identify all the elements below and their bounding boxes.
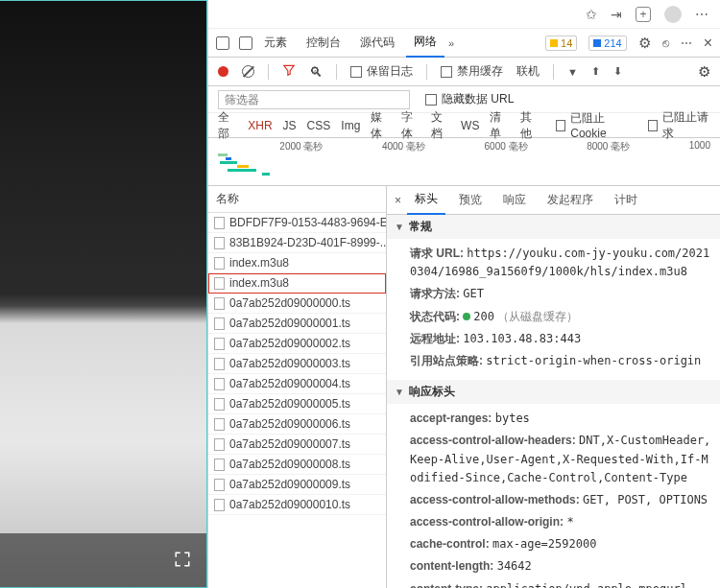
blocked-requests-checkbox[interactable]: 已阻止请求 <box>648 109 710 142</box>
throttling-caret-icon[interactable]: ▼ <box>567 66 578 78</box>
activity-icon[interactable]: ⎋ <box>662 36 669 50</box>
request-row[interactable]: 0a7ab252d09000006.ts <box>208 414 386 435</box>
section-general[interactable]: ▼ 常规 <box>387 215 720 239</box>
tab-network[interactable]: 网络 <box>406 28 444 58</box>
type-filter: 全部 XHR JS CSS Img 媒体 字体 文档 WS 清单 其他 已阻止 … <box>208 113 720 138</box>
hide-data-urls-checkbox[interactable]: 隐藏数据 URL <box>425 91 514 107</box>
filter-row: 隐藏数据 URL <box>208 86 720 113</box>
warnings-badge[interactable]: 14 <box>545 35 577 51</box>
request-row[interactable]: index.m3u8 <box>208 273 386 294</box>
clear-button[interactable] <box>242 65 254 78</box>
video-viewport[interactable] <box>0 0 207 588</box>
section-response-headers[interactable]: ▼ 响应标头 <box>387 380 720 404</box>
favorite-icon[interactable]: ✩ <box>586 7 597 22</box>
request-name: 0a7ab252d09000000.ts <box>229 296 350 310</box>
search-icon[interactable]: 🔍︎ <box>309 64 323 80</box>
value-status-code: 200 <box>473 310 494 323</box>
request-name: 0a7ab252d09000007.ts <box>229 437 350 451</box>
disable-cache-checkbox[interactable]: 禁用缓存 <box>441 63 503 80</box>
detail-tab-response[interactable]: 响应 <box>495 186 534 214</box>
add-tab-button[interactable]: + <box>636 7 651 22</box>
video-controls <box>0 533 206 587</box>
filter-xhr[interactable]: XHR <box>248 119 272 132</box>
tab-elements[interactable]: 元素 <box>256 29 295 57</box>
messages-badge[interactable]: 214 <box>588 35 626 51</box>
devtools-panel: ✩ ⇥ + ⋯ 元素 控制台 源代码 网络 » 14 214 ⚙ ⎋ ⋯ × <box>207 0 720 588</box>
detail-tab-initiator[interactable]: 发起程序 <box>540 186 601 214</box>
label-method: 请求方法: <box>410 287 460 300</box>
caret-down-icon: ▼ <box>395 387 404 397</box>
filter-font[interactable]: 字体 <box>401 109 420 142</box>
settings-icon[interactable]: ⚙ <box>638 35 651 52</box>
filter-manifest[interactable]: 清单 <box>490 109 509 142</box>
file-icon <box>214 479 225 491</box>
request-row[interactable]: 0a7ab252d09000004.ts <box>208 374 386 394</box>
request-name: 0a7ab252d09000008.ts <box>229 458 350 471</box>
request-row[interactable]: 0a7ab252d09000010.ts <box>208 495 386 515</box>
file-icon <box>214 358 225 370</box>
filter-img[interactable]: Img <box>341 119 360 132</box>
request-row[interactable]: 0a7ab252d09000003.ts <box>208 354 386 374</box>
label-referrer-policy: 引用站点策略: <box>410 354 483 367</box>
upload-har-icon[interactable]: ⬆ <box>591 65 600 78</box>
request-row[interactable]: 0a7ab252d09000009.ts <box>208 475 386 495</box>
timeline-bars <box>218 153 270 176</box>
request-row[interactable]: 0a7ab252d09000000.ts <box>208 294 386 314</box>
detail-tab-headers[interactable]: 标头 <box>407 185 445 215</box>
request-details: × 标头 预览 响应 发起程序 计时 ▼ 常规 请求 URL: https://… <box>387 186 720 588</box>
label-content-type: content-type: <box>410 582 483 588</box>
browser-menu-icon[interactable]: ⋯ <box>695 7 708 22</box>
request-name: index.m3u8 <box>229 256 289 270</box>
inspect-icon[interactable] <box>216 36 229 50</box>
download-har-icon[interactable]: ⬇ <box>613 65 622 78</box>
timeline-overview[interactable]: 2000 毫秒 4000 毫秒 6000 毫秒 8000 毫秒 1000 <box>208 138 720 186</box>
browser-top-bar: ✩ ⇥ + ⋯ <box>208 0 720 29</box>
filter-other[interactable]: 其他 <box>520 109 540 142</box>
request-name: BDFDF7F9-0153-4483-9694-E... <box>229 216 386 229</box>
file-icon <box>214 459 225 471</box>
request-row[interactable]: index.m3u8 <box>208 253 386 273</box>
file-icon <box>214 318 225 330</box>
filter-css[interactable]: CSS <box>307 119 331 132</box>
request-list: 名称 BDFDF7F9-0153-4483-9694-E...83B1B924-… <box>208 186 387 588</box>
record-button[interactable] <box>218 66 228 77</box>
tick-label: 2000 毫秒 <box>279 140 323 153</box>
fullscreen-icon[interactable] <box>174 551 191 571</box>
column-header-name[interactable]: 名称 <box>208 186 386 213</box>
filter-doc[interactable]: 文档 <box>431 109 450 142</box>
detail-tab-preview[interactable]: 预览 <box>451 186 490 214</box>
request-row[interactable]: 0a7ab252d09000001.ts <box>208 314 386 334</box>
request-row[interactable]: 0a7ab252d09000002.ts <box>208 334 386 354</box>
request-row[interactable]: 0a7ab252d09000005.ts <box>208 394 386 414</box>
request-name: index.m3u8 <box>229 276 289 290</box>
filter-ws[interactable]: WS <box>461 119 479 132</box>
throttling-select[interactable]: 联机 <box>516 63 540 80</box>
filter-input[interactable] <box>218 90 410 109</box>
network-settings-icon[interactable]: ⚙ <box>698 63 710 81</box>
request-row[interactable]: 83B1B924-D23D-401F-8999-... <box>208 233 386 253</box>
detail-tab-timing[interactable]: 计时 <box>607 186 645 214</box>
filter-all[interactable]: 全部 <box>218 109 237 142</box>
label-cache-control: cache-control: <box>410 537 490 551</box>
tab-sources[interactable]: 源代码 <box>352 29 402 57</box>
request-name: 0a7ab252d09000003.ts <box>229 357 350 370</box>
filter-icon[interactable] <box>282 63 296 80</box>
reader-icon[interactable]: ⇥ <box>611 7 622 22</box>
tab-console[interactable]: 控制台 <box>299 29 348 57</box>
file-icon <box>214 438 225 451</box>
close-devtools-icon[interactable]: × <box>704 35 712 52</box>
separator <box>336 64 337 80</box>
close-details-icon[interactable]: × <box>395 194 401 207</box>
filter-js[interactable]: JS <box>283 119 297 132</box>
profile-avatar[interactable] <box>664 6 682 23</box>
more-icon[interactable]: ⋯ <box>681 36 692 50</box>
preserve-log-checkbox[interactable]: 保留日志 <box>350 63 413 80</box>
request-row[interactable]: BDFDF7F9-0153-4483-9694-E... <box>208 213 386 233</box>
filter-media[interactable]: 媒体 <box>371 109 390 142</box>
blocked-cookies-checkbox[interactable]: 已阻止 Cookie <box>556 110 632 140</box>
request-row[interactable]: 0a7ab252d09000008.ts <box>208 455 386 475</box>
request-row[interactable]: 0a7ab252d09000007.ts <box>208 435 386 455</box>
file-icon <box>214 499 225 511</box>
device-toggle-icon[interactable] <box>239 36 252 50</box>
more-tabs-icon[interactable]: » <box>448 37 454 49</box>
